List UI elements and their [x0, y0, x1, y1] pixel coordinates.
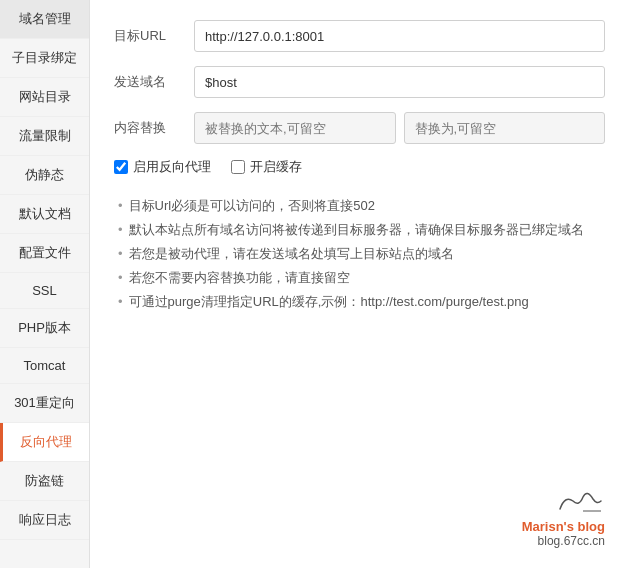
- sidebar-item-proxy[interactable]: 反向代理: [0, 423, 89, 462]
- note-item: 若您是被动代理，请在发送域名处填写上目标站点的域名: [118, 242, 605, 266]
- sidebar-item-traffic[interactable]: 流量限制: [0, 117, 89, 156]
- sidebar-item-redirect[interactable]: 301重定向: [0, 384, 89, 423]
- sidebar-item-config[interactable]: 配置文件: [0, 234, 89, 273]
- replace-from-input[interactable]: [194, 112, 396, 144]
- target-url-row: 目标URL: [114, 20, 605, 52]
- send-domain-row: 发送域名: [114, 66, 605, 98]
- signature-name: Marisn's blog: [522, 519, 605, 534]
- enable-cache-label[interactable]: 开启缓存: [231, 158, 302, 176]
- note-item: 若您不需要内容替换功能，请直接留空: [118, 266, 605, 290]
- enable-proxy-label[interactable]: 启用反向代理: [114, 158, 211, 176]
- checkbox-row: 启用反向代理 开启缓存: [114, 158, 605, 176]
- signature-url: blog.67cc.cn: [522, 534, 605, 548]
- replace-group: [194, 112, 605, 144]
- sidebar-item-tomcat[interactable]: Tomcat: [0, 348, 89, 384]
- sidebar-item-domain[interactable]: 域名管理: [0, 0, 89, 39]
- note-item: 默认本站点所有域名访问将被传递到目标服务器，请确保目标服务器已绑定域名: [118, 218, 605, 242]
- note-item: 可通过purge清理指定URL的缓存,示例：http://test.com/pu…: [118, 290, 605, 314]
- signature: Marisn's blog blog.67cc.cn: [522, 487, 605, 548]
- note-item: 目标Url必须是可以访问的，否则将直接502: [118, 194, 605, 218]
- signature-icon: [522, 487, 605, 517]
- sidebar-item-log[interactable]: 响应日志: [0, 501, 89, 540]
- send-domain-label: 发送域名: [114, 73, 194, 91]
- sidebar-item-antihotlink[interactable]: 防盗链: [0, 462, 89, 501]
- send-domain-input[interactable]: [194, 66, 605, 98]
- replace-to-input[interactable]: [404, 112, 606, 144]
- sidebar-item-php[interactable]: PHP版本: [0, 309, 89, 348]
- enable-proxy-checkbox[interactable]: [114, 160, 128, 174]
- notes-list: 目标Url必须是可以访问的，否则将直接502 默认本站点所有域名访问将被传递到目…: [114, 194, 605, 314]
- sidebar-item-default-doc[interactable]: 默认文档: [0, 195, 89, 234]
- target-url-input[interactable]: [194, 20, 605, 52]
- enable-cache-text: 开启缓存: [250, 158, 302, 176]
- sidebar-item-website[interactable]: 网站目录: [0, 78, 89, 117]
- main-content: 目标URL 发送域名 内容替换 启用反向代理 开启缓存 目标Url必须是可以访问…: [90, 0, 629, 568]
- sidebar-item-ssl[interactable]: SSL: [0, 273, 89, 309]
- target-url-label: 目标URL: [114, 27, 194, 45]
- content-replace-label: 内容替换: [114, 119, 194, 137]
- content-replace-row: 内容替换: [114, 112, 605, 144]
- enable-proxy-text: 启用反向代理: [133, 158, 211, 176]
- enable-cache-checkbox[interactable]: [231, 160, 245, 174]
- sidebar: 域名管理 子目录绑定 网站目录 流量限制 伪静态 默认文档 配置文件 SSL P…: [0, 0, 90, 568]
- sidebar-item-static[interactable]: 伪静态: [0, 156, 89, 195]
- sidebar-item-subdir[interactable]: 子目录绑定: [0, 39, 89, 78]
